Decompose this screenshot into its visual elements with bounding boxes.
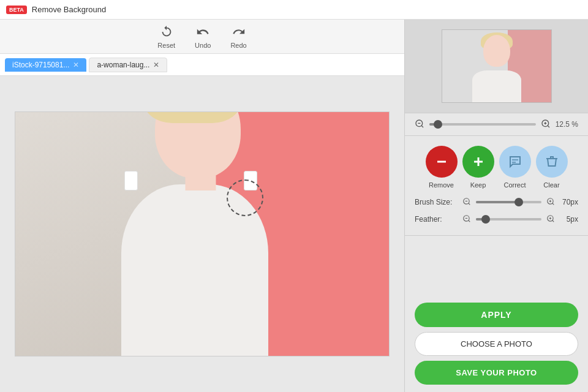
brush-size-slider[interactable]	[476, 196, 541, 208]
redo-button[interactable]: Redo	[230, 24, 246, 49]
feather-row: Feather:	[415, 213, 578, 225]
thumb-body	[472, 70, 521, 102]
tab-2-close[interactable]: ✕	[153, 61, 159, 69]
tab-1-close[interactable]: ✕	[73, 61, 79, 69]
brush-size-zoom-out-icon[interactable]	[462, 197, 471, 208]
tool-buttons: Remove Keep C	[415, 146, 578, 189]
beta-badge: BETA	[6, 6, 27, 14]
keep-tool-button[interactable]: Keep	[462, 146, 494, 189]
clear-tool-button[interactable]: Clear	[536, 146, 568, 189]
header-bar: BETA Remove Background	[0, 0, 588, 20]
portrait-canvas	[15, 112, 389, 356]
svg-line-1	[421, 126, 423, 127]
brush-size-value: 70px	[560, 198, 578, 206]
earring-left	[124, 171, 138, 190]
svg-line-11	[469, 203, 470, 205]
correct-tool-circle	[499, 146, 531, 178]
brush-size-row: Brush Size:	[415, 196, 578, 208]
toolbar: Reset Undo Redo	[0, 20, 404, 54]
feather-slider[interactable]	[476, 213, 541, 225]
undo-icon	[195, 24, 211, 40]
reset-button[interactable]: Reset	[157, 24, 175, 49]
zoom-out-icon[interactable]	[415, 119, 424, 130]
svg-line-18	[469, 220, 470, 222]
canvas-area	[0, 76, 404, 392]
apply-button[interactable]: APPLY	[415, 303, 578, 327]
brush-size-zoom-in-icon[interactable]	[546, 197, 555, 208]
feather-value: 5px	[560, 215, 578, 224]
feather-zoom-out-icon[interactable]	[462, 214, 471, 225]
clear-tool-circle	[536, 146, 568, 178]
bottom-buttons: APPLY CHOOSE A PHOTO SAVE YOUR PHOTO	[405, 236, 588, 392]
zoom-in-icon[interactable]	[541, 119, 551, 130]
tools-section: Remove Keep C	[405, 136, 588, 236]
brush-controls: Brush Size:	[415, 196, 578, 225]
keep-tool-circle	[462, 146, 494, 178]
app-title: Remove Background	[32, 5, 106, 14]
brush-cursor	[227, 179, 263, 216]
preview-section	[405, 20, 588, 113]
right-panel: 12.5 % Remove Keep	[404, 20, 588, 392]
tabs-bar: iStock-9715081... ✕ a-woman-laug... ✕	[0, 54, 404, 76]
main-layout: Reset Undo Redo iStock-9715081... ✕	[0, 20, 588, 392]
left-panel: Reset Undo Redo iStock-9715081... ✕	[0, 20, 404, 392]
remove-tool-button[interactable]: Remove	[426, 146, 458, 189]
zoom-bar: 12.5 %	[405, 113, 588, 136]
svg-line-14	[552, 203, 554, 205]
thumb-head	[483, 35, 510, 67]
svg-line-4	[548, 126, 549, 127]
image-canvas[interactable]	[15, 111, 390, 356]
redo-icon	[231, 24, 247, 40]
preview-thumbnail	[442, 29, 552, 103]
brush-size-label: Brush Size:	[415, 198, 458, 206]
tab-2[interactable]: a-woman-laug... ✕	[89, 58, 167, 72]
save-photo-button[interactable]: SAVE YOUR PHOTO	[415, 361, 578, 385]
thumb-portrait	[442, 30, 551, 102]
zoom-value: 12.5 %	[556, 120, 578, 129]
choose-photo-button[interactable]: CHOOSE A PHOTO	[415, 332, 578, 356]
remove-tool-circle	[426, 146, 458, 178]
zoom-slider-wrap[interactable]	[429, 118, 536, 130]
reset-icon	[159, 24, 175, 40]
feather-zoom-in-icon[interactable]	[546, 214, 555, 225]
feather-label: Feather:	[415, 215, 458, 224]
svg-line-21	[552, 220, 554, 222]
correct-tool-button[interactable]: Correct	[499, 146, 531, 189]
undo-button[interactable]: Undo	[195, 24, 211, 49]
tab-1[interactable]: iStock-9715081... ✕	[5, 58, 86, 72]
